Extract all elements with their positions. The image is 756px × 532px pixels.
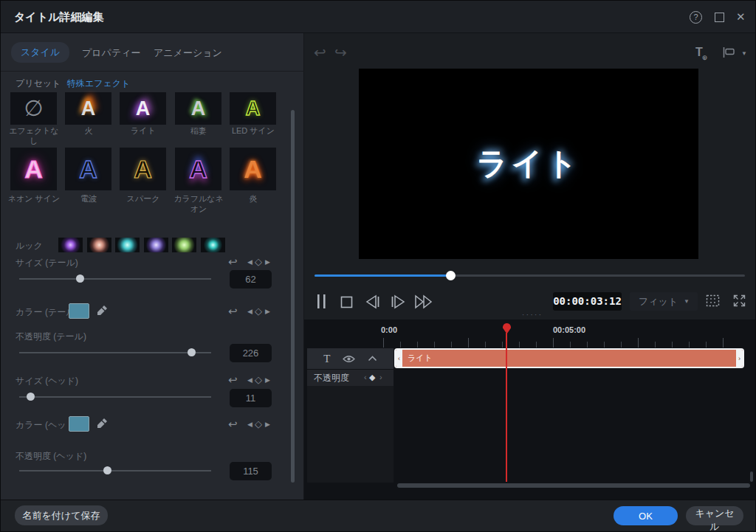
- video-preview[interactable]: ライト: [359, 69, 698, 259]
- maximize-icon[interactable]: [715, 13, 724, 22]
- zoom-dropdown-caret-icon[interactable]: ▼: [684, 298, 690, 305]
- tab-animation[interactable]: アニメーション: [154, 46, 222, 60]
- flame-effect-glyph: A: [244, 156, 262, 182]
- effect-none[interactable]: ∅: [10, 92, 57, 125]
- effect-neon-sign[interactable]: A: [10, 148, 57, 190]
- opacity-tail-label: 不透明度 (テール): [16, 331, 86, 343]
- help-icon[interactable]: ?: [690, 11, 702, 24]
- look-swatch-5[interactable]: [172, 238, 196, 252]
- radio-effect-glyph: A: [79, 156, 97, 182]
- seek-bar-thumb[interactable]: [446, 271, 456, 280]
- color-head-eyedropper-icon[interactable]: [97, 418, 108, 429]
- color-head-swatch[interactable]: [69, 416, 89, 432]
- color-head-next-keyframe-icon[interactable]: ▶: [265, 421, 270, 428]
- fast-forward-button[interactable]: [414, 294, 433, 309]
- subtab-special-effects[interactable]: 特殊エフェクト: [67, 77, 130, 90]
- ruler-tick: [723, 338, 724, 348]
- opacity-next-keyframe-icon[interactable]: ›: [379, 373, 382, 381]
- opacity-head-value[interactable]: 115: [230, 462, 272, 480]
- size-head-slider[interactable]: [19, 396, 211, 398]
- left-panel-scrollbar[interactable]: [291, 110, 295, 483]
- opacity-head-slider[interactable]: [19, 470, 211, 471]
- ok-button[interactable]: OK: [614, 506, 678, 525]
- track-visibility-eye-icon[interactable]: [343, 355, 355, 363]
- cancel-button[interactable]: キャンセル: [686, 506, 743, 525]
- opacity-tail-slider[interactable]: [19, 352, 211, 353]
- effect-led-sign[interactable]: A: [230, 92, 276, 125]
- size-tail-slider-thumb[interactable]: [76, 274, 84, 283]
- size-tail-value[interactable]: 62: [230, 270, 272, 289]
- size-head-prev-keyframe-icon[interactable]: ◀: [247, 377, 252, 384]
- fullscreen-icon[interactable]: [733, 294, 746, 307]
- close-icon[interactable]: ✕: [736, 10, 746, 24]
- text-track-icon: T: [323, 353, 330, 365]
- color-tail-undo-icon[interactable]: ↩: [228, 305, 238, 317]
- effect-flame[interactable]: A: [230, 148, 276, 190]
- ruler-tick: [468, 338, 469, 348]
- marker-dropdown-caret-icon[interactable]: ▼: [741, 50, 747, 57]
- look-swatch-4[interactable]: [144, 238, 168, 252]
- panel-resize-handle[interactable]: ·····: [518, 310, 547, 319]
- look-swatch-1[interactable]: [58, 238, 83, 252]
- look-swatch-3[interactable]: [115, 238, 140, 252]
- previous-frame-button[interactable]: [365, 294, 381, 309]
- redo-icon[interactable]: ↪: [334, 45, 347, 60]
- timeline-horizontal-scrollbar[interactable]: [397, 483, 750, 488]
- ruler-tick: [655, 342, 656, 348]
- opacity-tail-value[interactable]: 226: [230, 344, 272, 362]
- timeline-title-clip[interactable]: ‹ ライト ›: [394, 348, 744, 368]
- subtab-preset[interactable]: プリセット: [16, 77, 61, 90]
- size-head-value[interactable]: 11: [230, 389, 272, 407]
- light-effect-glyph: A: [136, 99, 151, 119]
- effect-spark[interactable]: A: [120, 148, 166, 190]
- look-swatch-2[interactable]: [87, 238, 111, 252]
- clip-label: ライト: [408, 353, 736, 364]
- color-tail-prev-keyframe-icon[interactable]: ◀: [247, 308, 252, 315]
- color-tail-keyframe-icon[interactable]: ◇: [255, 306, 262, 316]
- color-head-keyframe-icon[interactable]: ◇: [255, 419, 262, 429]
- opacity-keyframe-diamond-icon[interactable]: ◆: [369, 373, 375, 381]
- effect-lightning[interactable]: A: [175, 92, 221, 125]
- effect-fire[interactable]: A: [65, 92, 111, 125]
- color-head-undo-icon[interactable]: ↩: [228, 418, 238, 429]
- timeline-ruler-ticks[interactable]: [383, 338, 730, 348]
- next-frame-button[interactable]: [390, 294, 406, 309]
- ruler-label-5s: 00:05:00: [553, 325, 585, 334]
- effect-light[interactable]: A: [120, 92, 166, 125]
- effect-radio-wave[interactable]: A: [65, 148, 111, 190]
- clip-right-trim-handle[interactable]: ›: [736, 350, 743, 367]
- look-swatch-6[interactable]: [201, 238, 225, 252]
- add-textbox-icon[interactable]: T⊕: [695, 46, 708, 59]
- size-head-keyframe-icon[interactable]: ◇: [255, 375, 262, 384]
- tab-style[interactable]: スタイル: [11, 42, 69, 63]
- size-tail-undo-icon[interactable]: ↩: [228, 256, 238, 267]
- opacity-head-label: 不透明度 (ヘッド): [16, 450, 86, 463]
- size-head-slider-thumb[interactable]: [27, 393, 35, 401]
- size-head-undo-icon[interactable]: ↩: [228, 374, 238, 385]
- tab-divider: [1, 71, 304, 72]
- size-tail-next-keyframe-icon[interactable]: ▶: [265, 259, 270, 266]
- clip-left-trim-handle[interactable]: ‹: [396, 350, 402, 367]
- size-tail-keyframe-icon[interactable]: ◇: [255, 257, 262, 266]
- size-tail-slider[interactable]: [19, 278, 211, 280]
- size-tail-prev-keyframe-icon[interactable]: ◀: [247, 259, 252, 266]
- undo-icon[interactable]: ↩: [314, 45, 326, 60]
- preview-title-text[interactable]: ライト: [477, 143, 581, 184]
- grid-safe-area-icon[interactable]: [706, 294, 720, 307]
- opacity-tail-slider-thumb[interactable]: [188, 348, 196, 356]
- color-head-prev-keyframe-icon[interactable]: ◀: [247, 421, 252, 428]
- color-tail-next-keyframe-icon[interactable]: ▶: [265, 308, 270, 315]
- color-tail-eyedropper-icon[interactable]: [97, 305, 108, 316]
- opacity-head-slider-thumb[interactable]: [103, 466, 111, 474]
- effect-colorful-neon[interactable]: A: [175, 148, 221, 190]
- timeline-vertical-scrollbar[interactable]: [750, 471, 753, 482]
- save-as-button[interactable]: 名前を付けて保存: [15, 505, 108, 525]
- pause-button[interactable]: [316, 294, 328, 309]
- marker-flag-icon[interactable]: [723, 47, 738, 58]
- tab-properties[interactable]: プロパティー: [82, 46, 141, 60]
- track-collapse-chevron-icon[interactable]: [368, 356, 377, 362]
- stop-button[interactable]: [340, 296, 353, 308]
- color-tail-swatch[interactable]: [69, 303, 89, 319]
- size-head-next-keyframe-icon[interactable]: ▶: [265, 377, 270, 384]
- opacity-prev-keyframe-icon[interactable]: ‹: [364, 373, 367, 381]
